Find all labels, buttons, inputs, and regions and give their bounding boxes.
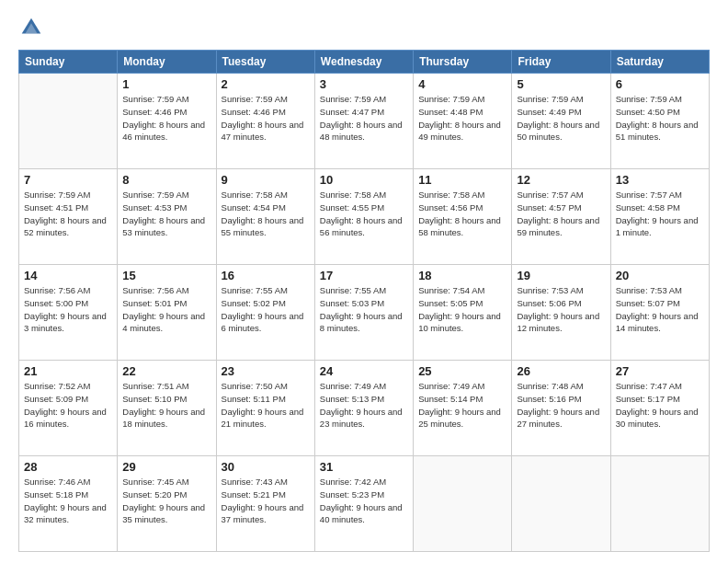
day-info: Sunrise: 7:55 AMSunset: 5:02 PMDaylight:… bbox=[222, 284, 310, 335]
day-info: Sunrise: 7:42 AMSunset: 5:23 PMDaylight:… bbox=[320, 476, 408, 526]
calendar-cell: 30Sunrise: 7:43 AMSunset: 5:21 PMDayligh… bbox=[216, 456, 314, 552]
calendar-cell: 23Sunrise: 7:50 AMSunset: 5:11 PMDayligh… bbox=[216, 361, 314, 456]
calendar-cell: 26Sunrise: 7:48 AMSunset: 5:16 PMDayligh… bbox=[512, 361, 610, 456]
day-info: Sunrise: 7:56 AMSunset: 5:01 PMDaylight:… bbox=[122, 284, 210, 335]
day-number: 7 bbox=[24, 173, 112, 187]
calendar-header-row: SundayMondayTuesdayWednesdayThursdayFrid… bbox=[19, 51, 710, 74]
page: SundayMondayTuesdayWednesdayThursdayFrid… bbox=[0, 0, 728, 563]
calendar-cell: 14Sunrise: 7:56 AMSunset: 5:00 PMDayligh… bbox=[19, 265, 118, 361]
calendar-cell: 25Sunrise: 7:49 AMSunset: 5:14 PMDayligh… bbox=[414, 361, 512, 456]
day-info: Sunrise: 7:53 AMSunset: 5:06 PMDaylight:… bbox=[517, 284, 605, 335]
calendar-cell: 22Sunrise: 7:51 AMSunset: 5:10 PMDayligh… bbox=[118, 361, 216, 456]
calendar-cell: 2Sunrise: 7:59 AMSunset: 4:46 PMDaylight… bbox=[216, 74, 314, 169]
calendar-cell: 24Sunrise: 7:49 AMSunset: 5:13 PMDayligh… bbox=[314, 361, 413, 456]
calendar-cell: 13Sunrise: 7:57 AMSunset: 4:58 PMDayligh… bbox=[610, 169, 709, 265]
day-info: Sunrise: 7:59 AMSunset: 4:50 PMDaylight:… bbox=[616, 93, 704, 144]
day-number: 12 bbox=[517, 173, 605, 187]
day-info: Sunrise: 7:59 AMSunset: 4:47 PMDaylight:… bbox=[320, 93, 408, 144]
calendar-cell: 20Sunrise: 7:53 AMSunset: 5:07 PMDayligh… bbox=[610, 265, 709, 361]
day-info: Sunrise: 7:58 AMSunset: 4:54 PMDaylight:… bbox=[222, 189, 310, 239]
day-info: Sunrise: 7:47 AMSunset: 5:17 PMDaylight:… bbox=[616, 380, 704, 431]
calendar-cell: 1Sunrise: 7:59 AMSunset: 4:46 PMDaylight… bbox=[118, 74, 216, 169]
day-number: 18 bbox=[418, 269, 506, 282]
day-info: Sunrise: 7:55 AMSunset: 5:03 PMDaylight:… bbox=[320, 284, 408, 335]
calendar-cell: 31Sunrise: 7:42 AMSunset: 5:23 PMDayligh… bbox=[314, 456, 413, 552]
day-info: Sunrise: 7:59 AMSunset: 4:53 PMDaylight:… bbox=[122, 189, 210, 239]
calendar-cell: 11Sunrise: 7:58 AMSunset: 4:56 PMDayligh… bbox=[414, 169, 512, 265]
day-number: 1 bbox=[122, 77, 210, 91]
calendar-cell: 6Sunrise: 7:59 AMSunset: 4:50 PMDaylight… bbox=[610, 74, 709, 169]
day-info: Sunrise: 7:59 AMSunset: 4:46 PMDaylight:… bbox=[122, 93, 210, 144]
calendar-cell bbox=[19, 74, 118, 169]
day-number: 22 bbox=[122, 364, 210, 378]
calendar-cell: 3Sunrise: 7:59 AMSunset: 4:47 PMDaylight… bbox=[314, 74, 413, 169]
day-number: 2 bbox=[222, 77, 310, 91]
calendar-cell: 4Sunrise: 7:59 AMSunset: 4:48 PMDaylight… bbox=[414, 74, 512, 169]
day-info: Sunrise: 7:53 AMSunset: 5:07 PMDaylight:… bbox=[616, 284, 704, 335]
day-info: Sunrise: 7:54 AMSunset: 5:05 PMDaylight:… bbox=[418, 284, 506, 335]
logo bbox=[18, 15, 48, 40]
calendar-cell: 17Sunrise: 7:55 AMSunset: 5:03 PMDayligh… bbox=[314, 265, 413, 361]
week-row-3: 14Sunrise: 7:56 AMSunset: 5:00 PMDayligh… bbox=[19, 265, 710, 361]
calendar-cell: 16Sunrise: 7:55 AMSunset: 5:02 PMDayligh… bbox=[216, 265, 314, 361]
calendar-cell: 9Sunrise: 7:58 AMSunset: 4:54 PMDaylight… bbox=[216, 169, 314, 265]
week-row-5: 28Sunrise: 7:46 AMSunset: 5:18 PMDayligh… bbox=[19, 456, 710, 552]
day-number: 27 bbox=[616, 364, 704, 378]
day-info: Sunrise: 7:59 AMSunset: 4:46 PMDaylight:… bbox=[222, 93, 310, 144]
day-number: 5 bbox=[517, 77, 605, 91]
calendar-cell: 28Sunrise: 7:46 AMSunset: 5:18 PMDayligh… bbox=[19, 456, 118, 552]
calendar-cell bbox=[512, 456, 610, 552]
day-number: 8 bbox=[122, 173, 210, 187]
day-info: Sunrise: 7:48 AMSunset: 5:16 PMDaylight:… bbox=[517, 380, 605, 431]
calendar-cell bbox=[610, 456, 709, 552]
column-header-monday: Monday bbox=[118, 51, 216, 74]
calendar-cell: 5Sunrise: 7:59 AMSunset: 4:49 PMDaylight… bbox=[512, 74, 610, 169]
day-info: Sunrise: 7:59 AMSunset: 4:49 PMDaylight:… bbox=[517, 93, 605, 144]
calendar-cell: 7Sunrise: 7:59 AMSunset: 4:51 PMDaylight… bbox=[19, 169, 118, 265]
day-number: 9 bbox=[222, 173, 310, 187]
day-info: Sunrise: 7:49 AMSunset: 5:13 PMDaylight:… bbox=[320, 380, 408, 431]
day-number: 24 bbox=[320, 364, 408, 378]
header bbox=[18, 15, 710, 40]
calendar-cell: 8Sunrise: 7:59 AMSunset: 4:53 PMDaylight… bbox=[118, 169, 216, 265]
day-number: 26 bbox=[517, 364, 605, 378]
day-number: 6 bbox=[616, 77, 704, 91]
day-number: 13 bbox=[616, 173, 704, 187]
day-info: Sunrise: 7:45 AMSunset: 5:20 PMDaylight:… bbox=[122, 476, 210, 526]
column-header-sunday: Sunday bbox=[19, 51, 118, 74]
calendar-cell: 21Sunrise: 7:52 AMSunset: 5:09 PMDayligh… bbox=[19, 361, 118, 456]
day-number: 10 bbox=[320, 173, 408, 187]
day-number: 17 bbox=[320, 269, 408, 282]
calendar-cell bbox=[414, 456, 512, 552]
day-info: Sunrise: 7:57 AMSunset: 4:58 PMDaylight:… bbox=[616, 189, 704, 239]
day-info: Sunrise: 7:49 AMSunset: 5:14 PMDaylight:… bbox=[418, 380, 506, 431]
day-number: 29 bbox=[122, 460, 210, 474]
logo-icon bbox=[18, 15, 44, 40]
day-info: Sunrise: 7:56 AMSunset: 5:00 PMDaylight:… bbox=[24, 284, 112, 335]
day-number: 21 bbox=[24, 364, 112, 378]
calendar-cell: 27Sunrise: 7:47 AMSunset: 5:17 PMDayligh… bbox=[610, 361, 709, 456]
day-info: Sunrise: 7:57 AMSunset: 4:57 PMDaylight:… bbox=[517, 189, 605, 239]
day-info: Sunrise: 7:59 AMSunset: 4:51 PMDaylight:… bbox=[24, 189, 112, 239]
day-info: Sunrise: 7:46 AMSunset: 5:18 PMDaylight:… bbox=[24, 476, 112, 526]
day-number: 11 bbox=[418, 173, 506, 187]
week-row-2: 7Sunrise: 7:59 AMSunset: 4:51 PMDaylight… bbox=[19, 169, 710, 265]
calendar-cell: 18Sunrise: 7:54 AMSunset: 5:05 PMDayligh… bbox=[414, 265, 512, 361]
calendar-cell: 19Sunrise: 7:53 AMSunset: 5:06 PMDayligh… bbox=[512, 265, 610, 361]
day-number: 15 bbox=[122, 269, 210, 282]
calendar-cell: 12Sunrise: 7:57 AMSunset: 4:57 PMDayligh… bbox=[512, 169, 610, 265]
calendar-table: SundayMondayTuesdayWednesdayThursdayFrid… bbox=[18, 50, 710, 552]
day-number: 28 bbox=[24, 460, 112, 474]
day-info: Sunrise: 7:58 AMSunset: 4:56 PMDaylight:… bbox=[418, 189, 506, 239]
day-info: Sunrise: 7:50 AMSunset: 5:11 PMDaylight:… bbox=[222, 380, 310, 431]
day-number: 25 bbox=[418, 364, 506, 378]
day-info: Sunrise: 7:59 AMSunset: 4:48 PMDaylight:… bbox=[418, 93, 506, 144]
week-row-1: 1Sunrise: 7:59 AMSunset: 4:46 PMDaylight… bbox=[19, 74, 710, 169]
calendar-cell: 29Sunrise: 7:45 AMSunset: 5:20 PMDayligh… bbox=[118, 456, 216, 552]
day-number: 23 bbox=[222, 364, 310, 378]
calendar-cell: 10Sunrise: 7:58 AMSunset: 4:55 PMDayligh… bbox=[314, 169, 413, 265]
day-number: 20 bbox=[616, 269, 704, 282]
column-header-wednesday: Wednesday bbox=[314, 51, 413, 74]
calendar-cell: 15Sunrise: 7:56 AMSunset: 5:01 PMDayligh… bbox=[118, 265, 216, 361]
column-header-thursday: Thursday bbox=[414, 51, 512, 74]
